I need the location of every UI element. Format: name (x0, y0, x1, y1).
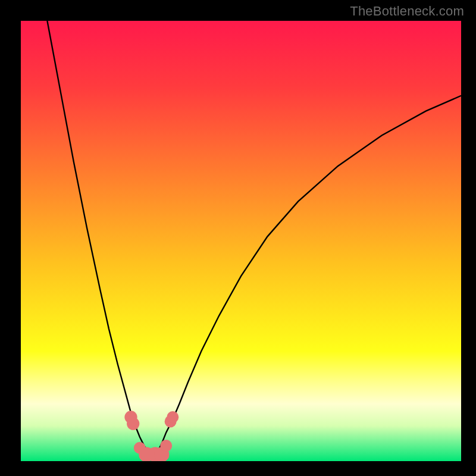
data-marker (160, 440, 172, 452)
chart-frame: TheBottleneck.com (0, 0, 476, 476)
data-marker (127, 417, 139, 430)
watermark-text: TheBottleneck.com (350, 4, 464, 19)
data-marker (167, 411, 178, 423)
gradient-background (21, 21, 461, 461)
chart-plot-area (21, 21, 461, 461)
chart-svg (21, 21, 461, 461)
